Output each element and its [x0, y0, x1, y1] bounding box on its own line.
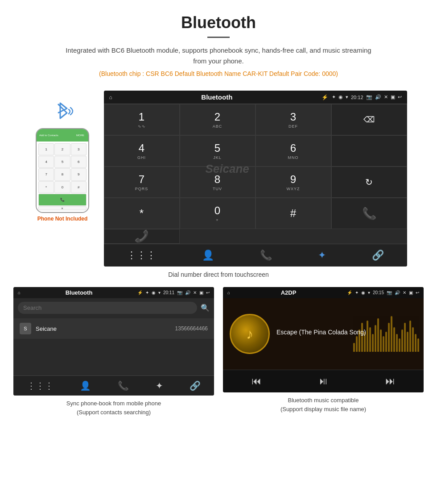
hu-link-icon[interactable]: 🔗: [372, 250, 384, 261]
music-caption: Bluetooth music compatible (Support disp…: [223, 396, 424, 413]
pb-title: Bluetooth: [23, 289, 135, 296]
music-note-icon: ♪: [246, 326, 253, 342]
hu-bt-icon: ✦: [332, 94, 336, 100]
music-next-button[interactable]: ⏭: [385, 375, 395, 387]
dp-key-star[interactable]: *: [104, 198, 180, 229]
phone-key-7[interactable]: 7: [38, 168, 54, 180]
dp-key-9[interactable]: 9WXYZ: [256, 167, 331, 198]
hu-contacts-icon[interactable]: 👤: [202, 250, 214, 261]
phone-key-0[interactable]: 0: [54, 181, 70, 193]
hu-location-icon: ◉: [338, 94, 343, 100]
hu-dialpad: 1∿∿ 2ABC 3DEF ⌫ 4GHI 5JKL 6MNO 7PQRS 8TU…: [104, 104, 407, 244]
phone-top-bar: Add to Contacts MORE: [37, 129, 88, 142]
phone-key-star[interactable]: *: [38, 181, 54, 193]
bottom-screenshots: ⌂ Bluetooth ⚡ ✦ ◉ ▾ 20:11 📷 🔊 ✕ ▣ ↩ 🔍 S …: [0, 287, 437, 417]
pb-contact-row[interactable]: S Seicane 13566664466: [13, 318, 214, 339]
dp-key-call-red[interactable]: 📞: [104, 229, 180, 244]
hu-bluetooth-icon[interactable]: ✦: [318, 250, 326, 261]
pb-back-icon[interactable]: ↩: [206, 290, 210, 295]
dp-key-7[interactable]: 7PQRS: [104, 167, 180, 198]
hu-time: 20:12: [351, 95, 363, 100]
music-usb-icon: ⚡: [347, 290, 352, 295]
phonebook-caption: Sync phone-book from mobile phone (Suppo…: [13, 399, 214, 417]
phonebook-screen: ⌂ Bluetooth ⚡ ✦ ◉ ▾ 20:11 📷 🔊 ✕ ▣ ↩ 🔍 S …: [13, 287, 214, 396]
pb-status-bar: ⌂ Bluetooth ⚡ ✦ ◉ ▾ 20:11 📷 🔊 ✕ ▣ ↩: [13, 287, 214, 298]
dp-key-2[interactable]: 2ABC: [180, 104, 256, 135]
pb-search-row: 🔍: [13, 298, 214, 317]
hu-usb-icon: ⚡: [322, 94, 328, 100]
dp-key-0[interactable]: 0+: [180, 198, 256, 229]
dp-key-call-green[interactable]: 📞: [331, 198, 407, 229]
music-back-icon[interactable]: ↩: [416, 290, 419, 295]
pb-dialpad-icon[interactable]: ⋮⋮⋮: [27, 380, 54, 391]
pb-bt-icon: ✦: [145, 290, 149, 295]
pb-home-icon[interactable]: ⌂: [18, 290, 21, 295]
phone-key-4[interactable]: 4: [38, 156, 54, 168]
music-title: A2DP: [233, 289, 344, 296]
phone-key-3[interactable]: 3: [71, 143, 87, 155]
search-icon[interactable]: 🔍: [201, 304, 210, 312]
phone-key-1[interactable]: 1: [38, 143, 54, 155]
dial-caption: Dial number direct from touchscreen: [0, 271, 437, 278]
music-play-pause-button[interactable]: ⏯: [318, 375, 328, 387]
bluetooth-waves-icon: [30, 100, 95, 126]
title-divider: [207, 37, 230, 38]
music-album-art: ♪: [230, 314, 270, 354]
phone-end-button[interactable]: ✕: [38, 206, 87, 210]
dp-key-1[interactable]: 1∿∿: [104, 104, 180, 135]
phone-key-hash[interactable]: #: [71, 181, 87, 193]
phone-screen-content: 1 2 3 4 5 6 7 8 9 * 0 # 📞 ✕: [37, 142, 88, 212]
phone-key-2[interactable]: 2: [54, 143, 70, 155]
music-song-name: Escape (The Pina Colada Song): [276, 329, 417, 336]
music-info: Escape (The Pina Colada Song): [276, 329, 417, 339]
pb-contact-number: 13566664466: [175, 325, 208, 332]
pb-win-icon[interactable]: ▣: [199, 290, 203, 295]
music-home-icon[interactable]: ⌂: [227, 290, 230, 295]
pb-empty-area: [13, 340, 214, 375]
phone-key-8[interactable]: 8: [54, 168, 70, 180]
music-controls: ⏮ ⏯ ⏭: [223, 370, 424, 392]
pb-contacts-icon[interactable]: 👤: [80, 380, 91, 391]
pb-search-input[interactable]: [18, 302, 197, 314]
dp-key-6[interactable]: 6MNO: [256, 135, 331, 167]
music-content: ♪ Escape (The Pina Colada Song): [223, 298, 424, 370]
hu-wifi-icon: ▾: [346, 94, 348, 100]
dp-key-empty-1: [331, 135, 407, 167]
dp-key-5[interactable]: 5JKL: [180, 135, 256, 167]
music-time: 20:15: [373, 290, 384, 295]
pb-bluetooth-icon[interactable]: ✦: [156, 380, 163, 391]
pb-x-icon[interactable]: ✕: [193, 290, 197, 295]
hu-phone-icon[interactable]: 📞: [260, 250, 272, 261]
hu-vol-icon[interactable]: 🔊: [375, 94, 381, 100]
head-unit-dial: ⌂ Bluetooth ⚡ ✦ ◉ ▾ 20:12 📷 🔊 ✕ ▣ ↩ 1∿∿ …: [104, 91, 407, 267]
music-prev-button[interactable]: ⏮: [251, 375, 261, 387]
hu-status-bar: ⌂ Bluetooth ⚡ ✦ ◉ ▾ 20:12 📷 🔊 ✕ ▣ ↩: [104, 91, 407, 104]
dp-key-backspace[interactable]: ⌫: [331, 104, 407, 135]
dp-key-4[interactable]: 4GHI: [104, 135, 180, 167]
music-wifi-icon: ▾: [368, 290, 370, 295]
pb-cam-icon: 📷: [177, 290, 182, 295]
music-x-icon[interactable]: ✕: [403, 290, 406, 295]
dp-key-refresh[interactable]: ↻: [331, 167, 407, 198]
pb-link-icon[interactable]: 🔗: [190, 380, 201, 391]
phone-key-5[interactable]: 5: [54, 156, 70, 168]
music-bt-icon: ✦: [355, 290, 359, 295]
dp-key-3[interactable]: 3DEF: [256, 104, 331, 135]
music-win-icon[interactable]: ▣: [409, 290, 413, 295]
pb-location-icon: ◉: [152, 290, 156, 295]
phone-call-button[interactable]: 📞: [38, 194, 87, 206]
hu-win-icon[interactable]: ▣: [391, 94, 395, 100]
phone-key-6[interactable]: 6: [71, 156, 87, 168]
hu-home-icon[interactable]: ⌂: [109, 94, 112, 100]
page-description: Integrated with BC6 Bluetooth module, su…: [62, 45, 375, 67]
music-vol-icon[interactable]: 🔊: [395, 290, 400, 295]
dp-key-hash[interactable]: #: [256, 198, 331, 229]
phone-key-9[interactable]: 9: [71, 168, 87, 180]
dp-key-8[interactable]: 8TUV: [180, 167, 256, 198]
hu-x-icon[interactable]: ✕: [384, 94, 388, 100]
pb-phone-icon[interactable]: 📞: [118, 380, 129, 391]
pb-time: 20:11: [163, 290, 174, 295]
pb-vol-icon[interactable]: 🔊: [185, 290, 190, 295]
hu-dialpad-icon[interactable]: ⋮⋮⋮: [127, 250, 156, 261]
hu-back-icon[interactable]: ↩: [398, 94, 402, 100]
